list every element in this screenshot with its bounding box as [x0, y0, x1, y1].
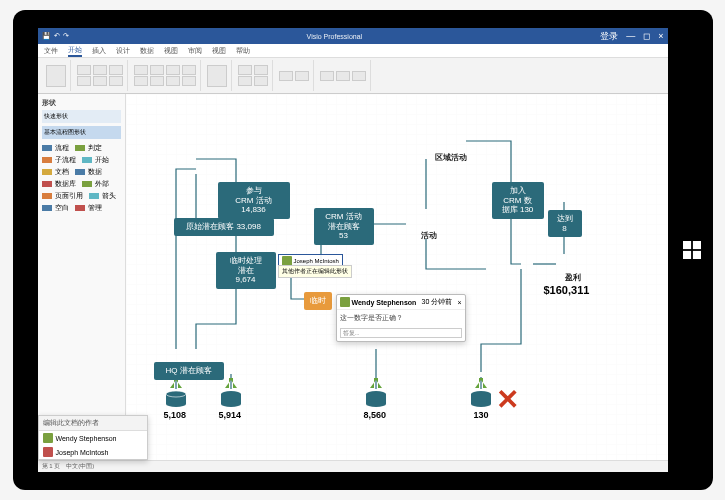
avatar-icon: [43, 433, 53, 443]
ribbon-btn[interactable]: [134, 65, 148, 75]
tab-review[interactable]: 审阅: [188, 46, 202, 56]
tab-insert[interactable]: 插入: [92, 46, 106, 56]
shape-label: 箭头: [102, 191, 116, 201]
comment-text: 这一数字是否正确？: [337, 310, 465, 326]
shape-item[interactable]: 开始: [82, 154, 109, 166]
node-hq-leads[interactable]: HQ 潜在顾客: [154, 362, 224, 380]
ribbon-btn[interactable]: [109, 76, 123, 86]
ribbon-btn[interactable]: [166, 76, 180, 86]
shapes-section-active[interactable]: 基本流程图形状: [42, 126, 121, 139]
database-icon[interactable]: [219, 390, 243, 408]
maximize-button[interactable]: ◻: [643, 31, 650, 41]
shape-item[interactable]: 文档: [42, 166, 69, 178]
database-icon[interactable]: [469, 390, 493, 408]
database-icon[interactable]: [364, 390, 388, 408]
redo-icon[interactable]: ↷: [63, 32, 69, 40]
ribbon-btn[interactable]: [238, 65, 252, 75]
ribbon-btn[interactable]: [182, 65, 196, 75]
shape-swatch: [42, 169, 52, 175]
node-join-crm[interactable]: 加入 CRM 数 据库 130: [492, 182, 544, 219]
shape-item[interactable]: 判定: [75, 142, 102, 154]
shape-swatch: [75, 145, 85, 151]
caption-region: 区域活动: [426, 152, 476, 163]
ribbon-btn[interactable]: [150, 76, 164, 86]
shape-item[interactable]: 管理: [75, 202, 102, 214]
coauthor-note: 其他作者正在编辑此形状: [278, 265, 352, 278]
undo-icon[interactable]: ↶: [54, 32, 60, 40]
close-icon[interactable]: ×: [457, 299, 461, 306]
ribbon-btn[interactable]: [295, 71, 309, 81]
value-profit: $160,311: [544, 284, 590, 296]
tab-view2[interactable]: 视图: [212, 46, 226, 56]
node-raw-leads[interactable]: 原始潜在顾客 33,098: [174, 218, 274, 236]
node-temp-process[interactable]: 临时处理 潜在9,674: [216, 252, 276, 289]
ribbon-btn[interactable]: [109, 65, 123, 75]
ribbon-btn[interactable]: [182, 76, 196, 86]
shape-item[interactable]: 空白: [42, 202, 69, 214]
tab-view[interactable]: 视图: [164, 46, 178, 56]
shape-item[interactable]: 外部: [82, 178, 109, 190]
drawing-canvas[interactable]: 参与 CRM 活动14,836 原始潜在顾客 33,098 临时处理 潜在9,6…: [126, 94, 668, 460]
shape-swatch: [82, 157, 92, 163]
tab-design[interactable]: 设计: [116, 46, 130, 56]
database-icon[interactable]: [164, 390, 188, 408]
shape-swatch: [75, 169, 85, 175]
author-row[interactable]: Joseph McIntosh: [39, 445, 147, 459]
shape-swatch: [42, 145, 52, 151]
shapes-panel: 形状 快速形状 基本流程图形状 流程判定子流程开始文档数据数据库外部页面引用箭头…: [38, 94, 126, 460]
windows-button-icon[interactable]: [683, 241, 701, 259]
node-temp[interactable]: 临时: [304, 292, 332, 310]
tab-data[interactable]: 数据: [140, 46, 154, 56]
ribbon-btn[interactable]: [93, 76, 107, 86]
shape-item[interactable]: 流程: [42, 142, 69, 154]
ribbon-btn[interactable]: [77, 76, 91, 86]
node-crm-activity[interactable]: 参与 CRM 活动14,836: [218, 182, 290, 219]
author-row[interactable]: Wendy Stephenson: [39, 431, 147, 445]
ribbon-btn[interactable]: [166, 65, 180, 75]
minimize-button[interactable]: —: [626, 31, 635, 41]
tab-home[interactable]: 开始: [68, 45, 82, 57]
shape-item[interactable]: 数据库: [42, 178, 76, 190]
shape-item[interactable]: 箭头: [89, 190, 116, 202]
window-title: Visio Professional: [307, 33, 363, 40]
authors-panel: 编辑此文档的作者 Wendy Stephenson Joseph McIntos…: [38, 415, 148, 460]
ribbon-btn[interactable]: [93, 65, 107, 75]
ribbon-btn[interactable]: [320, 71, 334, 81]
shape-label: 外部: [95, 179, 109, 189]
shape-swatch: [42, 157, 52, 163]
status-page: 第 1 页: [42, 462, 61, 471]
save-icon[interactable]: 💾: [42, 32, 51, 40]
comment-user: Wendy Stephenson: [352, 299, 417, 306]
shape-label: 页面引用: [55, 191, 83, 201]
svg-point-39: [366, 401, 386, 407]
close-button[interactable]: ×: [658, 31, 663, 41]
ribbon-btn[interactable]: [336, 71, 350, 81]
authors-header: 编辑此文档的作者: [39, 416, 147, 431]
pointer-button[interactable]: [207, 65, 227, 87]
ribbon-btn[interactable]: [254, 65, 268, 75]
shapes-header: 形状: [42, 98, 121, 108]
svg-rect-35: [221, 394, 241, 404]
ribbon-btn[interactable]: [238, 76, 252, 86]
comment-popup[interactable]: Wendy Stephenson 30 分钟前 × 这一数字是否正确？: [336, 294, 466, 342]
paste-button[interactable]: [46, 65, 66, 87]
ribbon-btn[interactable]: [134, 76, 148, 86]
node-crm-leads[interactable]: CRM 活动 潜在顾客53: [314, 208, 374, 245]
comment-reply-input[interactable]: [340, 328, 462, 338]
ribbon-btn[interactable]: [254, 76, 268, 86]
shape-item[interactable]: 页面引用: [42, 190, 83, 202]
shape-label: 文档: [55, 167, 69, 177]
signin-link[interactable]: 登录: [600, 30, 618, 43]
svg-point-36: [221, 401, 241, 407]
ribbon-btn[interactable]: [279, 71, 293, 81]
shape-item[interactable]: 数据: [75, 166, 102, 178]
tab-help[interactable]: 帮助: [236, 46, 250, 56]
ribbon-btn[interactable]: [150, 65, 164, 75]
shapes-section[interactable]: 快速形状: [42, 110, 121, 123]
ribbon-btn[interactable]: [77, 65, 91, 75]
node-reach[interactable]: 达到8: [548, 210, 582, 237]
ribbon-btn[interactable]: [352, 71, 366, 81]
shape-label: 流程: [55, 143, 69, 153]
tab-file[interactable]: 文件: [44, 46, 58, 56]
shape-item[interactable]: 子流程: [42, 154, 76, 166]
